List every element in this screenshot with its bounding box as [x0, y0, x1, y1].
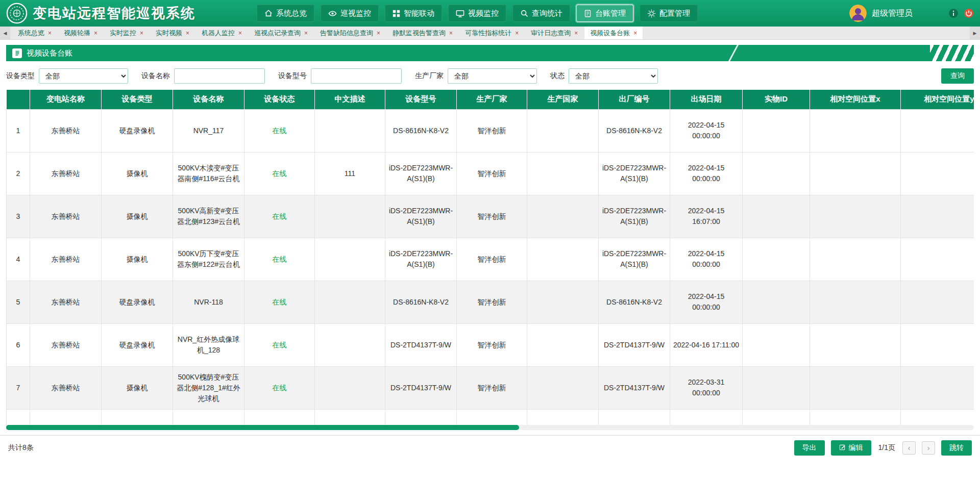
cell-x	[810, 281, 901, 323]
cell-type: 摄像机	[102, 238, 173, 281]
user-avatar[interactable]	[849, 5, 867, 22]
tab-label: 视频设备台账	[590, 29, 630, 38]
cell-desc	[315, 195, 385, 238]
device-name-input[interactable]	[174, 68, 265, 84]
cell-model: DS-2TD4137T-9/W	[385, 323, 457, 366]
cell-country	[527, 109, 599, 152]
cell-status: 在线	[244, 109, 315, 152]
cell-type: 硬盘录像机	[102, 323, 173, 366]
tabs-scroll-right-icon[interactable]: ▶	[970, 27, 980, 39]
cell-date: 2022-04-16 17:11:00	[670, 323, 743, 366]
tab-label: 机器人监控	[202, 29, 235, 38]
tab-7[interactable]: 告警缺陷信息查询×	[314, 27, 386, 39]
cell-index: 6	[7, 323, 30, 366]
table-row[interactable]: 5东善桥站硬盘录像机NVR-118在线DS-8616N-K8-V2智洋创新DS-…	[7, 281, 974, 323]
tab-close-icon[interactable]: ×	[377, 30, 380, 36]
filter-bar: 设备类型 全部 设备名称 设备型号 生产厂家 全部 状态 全部 查询	[6, 68, 974, 84]
edit-button[interactable]: 编辑	[831, 440, 871, 456]
tab-close-icon[interactable]: ×	[186, 30, 189, 36]
tab-close-icon[interactable]: ×	[515, 30, 519, 36]
horizontal-scrollbar-thumb[interactable]	[6, 425, 519, 430]
cell-status: 在线	[244, 238, 315, 281]
cell-name: 500KV槐荫变#变压器北侧#128_1#红外光球机	[173, 366, 244, 409]
cell-type: 摄像机	[102, 152, 173, 195]
cell-pid	[743, 323, 810, 366]
table-row[interactable]: 7东善桥站摄像机500KV槐荫变#变压器北侧#128_1#红外光球机在线DS-2…	[7, 366, 974, 409]
cell-country	[527, 323, 599, 366]
device-model-input[interactable]	[311, 68, 402, 84]
nav-label: 系统总览	[276, 9, 307, 18]
table-row[interactable]: 6东善桥站硬盘录像机NVR_红外热成像球机_128在线DS-2TD4137T-9…	[7, 323, 974, 366]
table-row[interactable]: 4东善桥站摄像机500KV历下变#变压器东侧#122#云台机在线iDS-2DE7…	[7, 238, 974, 281]
tab-close-icon[interactable]: ×	[304, 30, 308, 36]
tab-3[interactable]: 实时监控×	[104, 27, 149, 39]
tab-close-icon[interactable]: ×	[633, 30, 637, 36]
device-type-select[interactable]: 全部	[39, 68, 128, 84]
cell-date: 2022-04-15 00:00:00	[670, 238, 743, 281]
cell-status: 在线	[244, 195, 315, 238]
tab-4[interactable]: 实时视频×	[150, 27, 195, 39]
cell-station: 东善桥站	[30, 238, 102, 281]
manufacturer-select[interactable]: 全部	[448, 68, 537, 84]
tab-9[interactable]: 可靠性指标统计×	[459, 27, 524, 39]
tab-label: 可靠性指标统计	[465, 29, 511, 38]
next-page-button[interactable]: ›	[922, 441, 935, 455]
nav-button-3[interactable]: 智能联动	[385, 5, 442, 22]
table-row[interactable]: 2东善桥站摄像机500KV木渎变#变压器南侧#116#云台机在线111iDS-2…	[7, 152, 974, 195]
cell-serial: DS-2TD4137T-9/W	[599, 366, 670, 409]
cell-y	[901, 366, 974, 409]
nav-button-4[interactable]: 视频监控	[448, 5, 506, 22]
cell-pid	[743, 152, 810, 195]
export-button[interactable]: 导出	[794, 440, 825, 456]
nav-button-1[interactable]: 系统总览	[257, 5, 314, 22]
cell-country	[527, 366, 599, 409]
horizontal-scrollbar-track[interactable]	[6, 425, 974, 430]
prev-page-button[interactable]: ‹	[902, 441, 916, 455]
table-row[interactable]: 1东善桥站硬盘录像机NVR_117在线DS-8616N-K8-V2智洋创新DS-…	[7, 109, 974, 152]
tab-close-icon[interactable]: ×	[48, 30, 52, 36]
tab-close-icon[interactable]: ×	[449, 30, 453, 36]
search-button[interactable]: 查询	[941, 68, 974, 84]
cell-x	[810, 366, 901, 409]
tab-close-icon[interactable]: ×	[140, 30, 143, 36]
tab-label: 告警缺陷信息查询	[320, 29, 373, 38]
tab-8[interactable]: 静默监视告警查询×	[387, 27, 458, 39]
table-row[interactable]: 3东善桥站摄像机500KV高新变#变压器北侧#123#云台机在线iDS-2DE7…	[7, 195, 974, 238]
tab-label: 实时监控	[110, 29, 136, 38]
cell-desc	[315, 109, 385, 152]
cell-serial: iDS-2DE7223MWR-A(S1)(B)	[599, 238, 670, 281]
tab-11[interactable]: 视频设备台账×	[584, 27, 643, 39]
tab-1[interactable]: 系统总览×	[12, 27, 57, 39]
cell-type: 摄像机	[102, 366, 173, 409]
cell-status: 在线	[244, 366, 315, 409]
nav-button-7[interactable]: 配置管理	[640, 5, 698, 22]
tab-5[interactable]: 机器人监控×	[196, 27, 248, 39]
document-icon	[12, 48, 22, 58]
tabs-scroll-left-icon[interactable]: ◀	[0, 27, 10, 39]
column-header: 生产国家	[527, 90, 599, 109]
nav-button-6[interactable]: 台账管理	[576, 5, 633, 22]
cell-model: DS-8616N-K8-V2	[385, 281, 457, 323]
tab-10[interactable]: 审计日志查询×	[525, 27, 583, 39]
tab-close-icon[interactable]: ×	[94, 30, 97, 36]
tab-close-icon[interactable]: ×	[574, 30, 578, 36]
tab-6[interactable]: 巡视点记录查询×	[249, 27, 313, 39]
cell-index: 7	[7, 366, 30, 409]
cell-date: 2022-03-31 00:00:00	[670, 366, 743, 409]
bottom-spacer	[0, 460, 980, 478]
cell-pid	[743, 281, 810, 323]
cell-index: 1	[7, 109, 30, 152]
tab-2[interactable]: 视频轮播×	[58, 27, 103, 39]
jump-button[interactable]: 跳转	[941, 440, 972, 456]
tab-close-icon[interactable]: ×	[238, 30, 242, 36]
nav-button-2[interactable]: 巡视监控	[321, 5, 379, 22]
cell-country	[527, 195, 599, 238]
nav-button-5[interactable]: 查询统计	[512, 5, 570, 22]
cell-pid	[743, 366, 810, 409]
cell-index: 4	[7, 238, 30, 281]
status-select[interactable]: 全部	[569, 68, 658, 84]
info-icon[interactable]	[948, 8, 959, 18]
tab-label: 静默监视告警查询	[393, 29, 446, 38]
power-icon[interactable]	[964, 8, 974, 18]
column-header: 出场日期	[670, 90, 743, 109]
